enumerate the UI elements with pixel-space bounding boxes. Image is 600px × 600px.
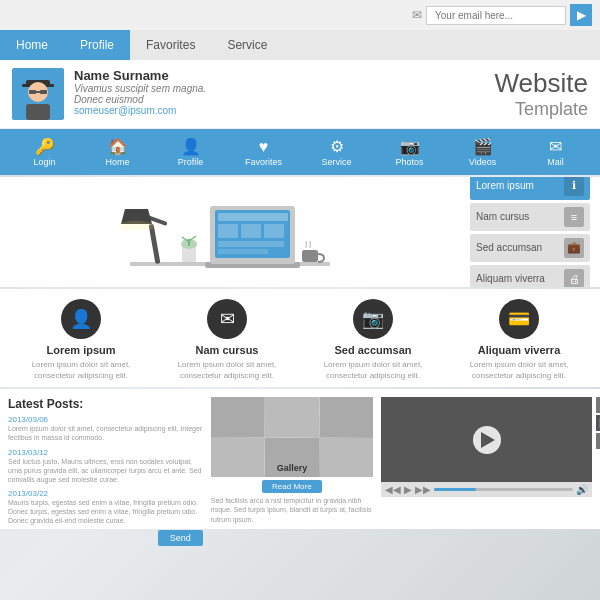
gallery-image: Gallery — [211, 397, 373, 477]
post-entry-0: 2013/03/06 Lorem ipsum dolor sit amet, c… — [8, 415, 203, 442]
posts-column: Latest Posts: 2013/03/06 Lorem ipsum dol… — [8, 397, 203, 521]
feature-icon-3: 💳 — [499, 299, 539, 339]
briefcase-icon: 💼 — [564, 238, 584, 258]
icon-nav-favorites-label: Favorites — [245, 157, 282, 167]
profile-name: Name Surname — [74, 68, 485, 83]
gallery-cell-1 — [211, 397, 264, 437]
feature-title-0: Lorem ipsum — [46, 344, 115, 356]
video-sidebar-btn-0[interactable]: ≡ — [596, 397, 600, 413]
video-sidebar-btn-2[interactable]: ⊞ — [596, 433, 600, 449]
icon-nav-login-label: Login — [33, 157, 55, 167]
icon-nav-mail[interactable]: ✉ Mail — [519, 135, 592, 169]
email-bar: ✉ ▶ — [0, 0, 600, 30]
icon-nav-photos[interactable]: 📷 Photos — [373, 135, 446, 169]
gallery-label: Gallery — [277, 463, 308, 473]
video-sidebar-btn-1[interactable]: 📊 — [596, 415, 600, 431]
volume-icon[interactable]: 🔊 — [576, 484, 588, 495]
feature-item-3: 💳 Aliquam viverra Lorem ipsum dolor sit … — [446, 299, 592, 381]
feature-item-2: 📷 Sed accumsan Lorem ipsum dolor sit ame… — [300, 299, 446, 381]
gallery-column: Gallery Read More Sed facilisis arcu a n… — [211, 397, 373, 521]
icon-nav-videos[interactable]: 🎬 Videos — [446, 135, 519, 169]
gallery-text: Sed facilisis arcu a nisl tempicitur in … — [211, 496, 373, 523]
features-section: 👤 Lorem ipsum Lorem ipsum dolor sit amet… — [0, 289, 600, 387]
gallery-cell-6 — [320, 438, 373, 478]
feature-item-0: 👤 Lorem ipsum Lorem ipsum dolor sit amet… — [8, 299, 154, 381]
nav-item-profile[interactable]: Profile — [64, 30, 130, 60]
sidebar-btn-3[interactable]: Aliquam viverra 🖨 — [470, 265, 590, 288]
feature-icon-2: 📷 — [353, 299, 393, 339]
sidebar-btn-0[interactable]: Lorem ipsum ℹ — [470, 177, 590, 200]
read-more-button[interactable]: Read More — [262, 480, 322, 493]
icon-nav-home[interactable]: 🏠 Home — [81, 135, 154, 169]
svg-rect-7 — [26, 104, 50, 120]
post-date-0: 2013/03/06 — [8, 415, 203, 424]
icon-nav-mail-label: Mail — [547, 157, 564, 167]
rewind-button[interactable]: ◀◀ — [385, 484, 401, 495]
nav-item-favorites[interactable]: Favorites — [130, 30, 211, 60]
info-icon: ℹ — [564, 177, 584, 196]
post-text-0: Lorem ipsum dolor sit amet, consectetur … — [8, 424, 203, 442]
progress-fill — [434, 488, 476, 491]
feature-desc-1: Lorem ipsum dolor sit amet, consectetur … — [158, 359, 296, 381]
feature-item-1: ✉ Nam cursus Lorem ipsum dolor sit amet,… — [154, 299, 300, 381]
profile-extra: Donec euismod — [74, 94, 485, 105]
avatar — [12, 68, 64, 120]
camera-icon: 📷 — [400, 137, 420, 156]
svg-rect-19 — [264, 224, 284, 238]
svg-rect-18 — [241, 224, 261, 238]
post-text-1: Sed luctus justo. Mauris ultrices, eros … — [8, 457, 203, 484]
nav-item-home[interactable]: Home — [0, 30, 64, 60]
sidebar-btn-2[interactable]: Sed accumsan 💼 — [470, 234, 590, 262]
desk-illustration — [10, 185, 470, 279]
feature-desc-2: Lorem ipsum dolor sit amet, consectetur … — [304, 359, 442, 381]
sidebar-btn-1-label: Nam cursus — [476, 211, 529, 222]
profile-section: Name Surname Vivamus suscipit sem magna.… — [0, 60, 600, 129]
website-title-line2: Template — [495, 99, 588, 120]
icon-nav-service[interactable]: ⚙ Service — [300, 135, 373, 169]
posts-title: Latest Posts: — [8, 397, 203, 411]
post-text-2: Mauris turpis, egestas sed enim a vitae,… — [8, 498, 203, 525]
play-pause-button[interactable]: ▶ — [404, 484, 412, 495]
email-icon: ✉ — [412, 8, 422, 22]
fast-forward-button[interactable]: ▶▶ — [415, 484, 431, 495]
icon-nav-profile-label: Profile — [178, 157, 204, 167]
icon-nav-videos-label: Videos — [469, 157, 496, 167]
sidebar-btn-2-label: Sed accumsan — [476, 242, 542, 253]
progress-bar[interactable] — [434, 488, 573, 491]
video-controls: ◀◀ ▶ ▶▶ 🔊 — [381, 482, 592, 497]
svg-rect-21 — [218, 249, 268, 254]
feature-title-3: Aliquam viverra — [478, 344, 561, 356]
gallery-cell-2 — [265, 397, 318, 437]
print-icon: 🖨 — [564, 269, 584, 288]
icon-nav-login[interactable]: 🔑 Login — [8, 135, 81, 169]
feature-icon-1: ✉ — [207, 299, 247, 339]
post-entry-1: 2013/03/12 Sed luctus justo. Mauris ultr… — [8, 448, 203, 484]
film-icon: 🎬 — [473, 137, 493, 156]
send-button[interactable]: Send — [158, 530, 203, 546]
website-title: Website Template — [495, 68, 588, 120]
icon-nav-photos-label: Photos — [395, 157, 423, 167]
email-input[interactable] — [426, 6, 566, 25]
list-icon: ≡ — [564, 207, 584, 227]
gear-icon: ⚙ — [330, 137, 344, 156]
sidebar-btn-0-label: Lorem ipsum — [476, 180, 534, 191]
svg-rect-16 — [218, 213, 288, 221]
play-triangle-icon — [481, 432, 495, 448]
sidebar-buttons: Lorem ipsum ℹ Nam cursus ≡ Sed accumsan … — [470, 177, 590, 287]
website-title-line1: Website — [495, 68, 588, 99]
feature-title-1: Nam cursus — [196, 344, 259, 356]
nav-item-service[interactable]: Service — [211, 30, 283, 60]
icon-nav-favorites[interactable]: ♥ Favorites — [227, 136, 300, 169]
sidebar-btn-3-label: Aliquam viverra — [476, 273, 545, 284]
sidebar-btn-1[interactable]: Nam cursus ≡ — [470, 203, 590, 231]
icon-nav-profile[interactable]: 👤 Profile — [154, 135, 227, 169]
play-button[interactable] — [473, 426, 501, 454]
gallery-cell-3 — [320, 397, 373, 437]
svg-rect-9 — [149, 224, 161, 264]
home-icon: 🏠 — [108, 137, 128, 156]
email-submit-button[interactable]: ▶ — [570, 4, 592, 26]
icon-nav-home-label: Home — [105, 157, 129, 167]
svg-rect-4 — [29, 90, 36, 94]
post-date-1: 2013/03/12 — [8, 448, 203, 457]
post-entry-2: 2013/03/22 Mauris turpis, egestas sed en… — [8, 489, 203, 525]
